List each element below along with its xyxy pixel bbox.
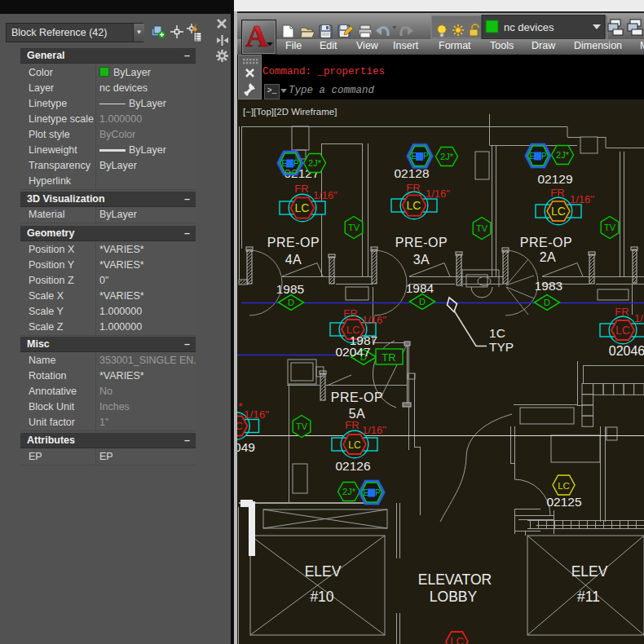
svg-text:LC: LC <box>237 420 243 432</box>
svg-text:PRE-OP: PRE-OP <box>395 236 448 249</box>
svg-text:TR: TR <box>382 351 395 364</box>
svg-text:PRE-OP: PRE-OP <box>267 236 320 249</box>
svg-text:LC: LC <box>558 481 570 491</box>
svg-text:nc devices: nc devices <box>504 21 554 33</box>
svg-text:LC: LC <box>551 205 566 218</box>
svg-text:FR: FR <box>406 182 420 194</box>
svg-text:3A: 3A <box>413 253 430 267</box>
svg-text:LC: LC <box>407 199 421 212</box>
svg-text:LOBBY: LOBBY <box>430 589 478 605</box>
svg-text:1C: 1C <box>489 326 505 340</box>
svg-text:PRE-OP: PRE-OP <box>331 390 383 404</box>
svg-text:2A: 2A <box>540 250 557 264</box>
svg-text:1/16: 1/16 <box>634 312 644 324</box>
svg-text:FR: FR <box>550 187 564 199</box>
svg-text:4A: 4A <box>285 253 302 267</box>
svg-text:ELEV: ELEV <box>571 563 608 580</box>
svg-text:1983: 1983 <box>535 279 562 293</box>
svg-text:5A: 5A <box>349 407 366 421</box>
svg-text:1/16": 1/16" <box>362 314 386 326</box>
svg-text:PRE-OP: PRE-OP <box>520 236 572 249</box>
svg-text:1/16": 1/16" <box>313 189 337 201</box>
svg-text:LC: LC <box>295 201 310 214</box>
svg-text:ELEVATOR: ELEVATOR <box>418 571 492 588</box>
svg-text:1/16": 1/16" <box>426 187 450 200</box>
svg-text:02047: 02047 <box>335 345 370 359</box>
svg-text:1985: 1985 <box>276 282 304 296</box>
svg-text:LC: LC <box>450 635 464 644</box>
svg-text:*: * <box>238 400 242 412</box>
svg-text:#10: #10 <box>310 589 333 605</box>
svg-text:A: A <box>245 20 268 53</box>
svg-text:1/16": 1/16" <box>570 193 594 205</box>
svg-text:02125: 02125 <box>546 495 581 509</box>
svg-text:#11: #11 <box>577 589 600 605</box>
svg-text:LC: LC <box>615 324 630 337</box>
svg-text:1984: 1984 <box>406 281 434 295</box>
svg-text:049: 049 <box>237 440 255 454</box>
svg-text:[−][Top][2D Wireframe]: [−][Top][2D Wireframe] <box>243 107 337 117</box>
svg-text:1/16": 1/16" <box>244 408 269 421</box>
svg-text:ELEV: ELEV <box>305 563 342 580</box>
svg-text:1/16": 1/16" <box>362 424 386 436</box>
svg-text:FR: FR <box>345 419 359 431</box>
svg-text:TYP: TYP <box>489 340 514 354</box>
svg-text:FR: FR <box>294 183 308 195</box>
svg-text:02129: 02129 <box>537 172 572 186</box>
svg-text:LC: LC <box>348 439 361 451</box>
svg-text:FR: FR <box>343 307 357 320</box>
svg-text:02126: 02126 <box>335 459 370 473</box>
svg-text:FR: FR <box>615 306 629 318</box>
svg-text:02046: 02046 <box>609 344 644 358</box>
